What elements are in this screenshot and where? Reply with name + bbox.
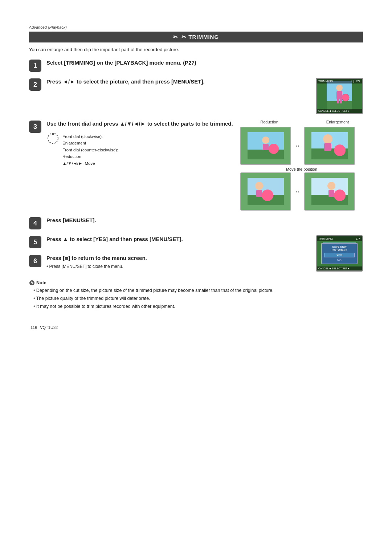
photo-enlargement (304, 127, 355, 165)
cam5-top-right: 17+ (355, 237, 360, 240)
step-4-text: Press [MENU/SET]. (46, 216, 363, 224)
page-num-text: 116 (30, 325, 37, 330)
note-item-3: • It may not be possible to trim picture… (33, 303, 363, 310)
steps-56-left: 5 Press ▲ to select [YES] and then press… (29, 235, 309, 275)
step-4-badge: 4 (29, 217, 41, 229)
step-6-bullet: Press [MENU/SET] to close the menu. (46, 264, 123, 269)
svg-text:✎: ✎ (30, 281, 33, 285)
svg-rect-5 (340, 98, 342, 103)
note-title: ✎ Note (29, 280, 363, 286)
photo-enlargement-svg (311, 132, 348, 159)
svg-point-15 (269, 144, 279, 154)
breadcrumb: Advanced (Playback) (29, 25, 363, 29)
note1-text: Depending on the cut size, the picture s… (36, 288, 274, 293)
step-2-content: Press ◄/► to select the picture, and the… (46, 78, 309, 85)
dial-svg (46, 132, 60, 145)
dial-ccw-val: Reduction (62, 153, 118, 160)
note-item-1: • Depending on the cut size, the picture… (33, 287, 363, 294)
step-3-badge: 3 (29, 121, 41, 133)
step-2-row: 2 Press ◄/► to select the picture, and t… (29, 78, 363, 114)
step-2-image: TRIMMING L ‖ 17+ (316, 78, 363, 114)
camera-screen-step5: TRIMMING 17+ SAVE NEW PICT (316, 235, 363, 272)
step-3-text: Use the front dial and press ▲/▼/◄/► to … (46, 120, 233, 127)
photo-reduction-svg (248, 132, 284, 159)
arrows-move: ▲/▼/◄/►: Move (62, 160, 118, 167)
svg-rect-32 (328, 190, 334, 197)
svg-point-2 (336, 85, 343, 91)
step-1-badge: 1 (29, 60, 41, 72)
photo-move-left-svg (248, 178, 284, 205)
cam-top-left: TRIMMING (318, 80, 333, 83)
dial-cw-val: Enlargement (62, 140, 118, 146)
step-6-row: 6 Press [▤] to return to the menu screen… (29, 254, 309, 269)
camera-screen-step2: TRIMMING L ‖ 17+ (316, 78, 363, 114)
dial-notes: Front dial (clockwise): Enlargement Fron… (62, 133, 118, 167)
girl-figure-step2 (327, 81, 352, 110)
page-code-text: VQT1U32 (40, 325, 58, 330)
step-6-sub: Press [MENU/SET] to close the menu. (46, 264, 309, 269)
step-5-content: Press ▲ to select [YES] and then press [… (46, 235, 309, 243)
cam-top-right: L ‖ 17+ (351, 80, 360, 83)
svg-point-21 (334, 144, 346, 156)
step-3-content: Use the front dial and press ▲/▼/◄/► to … (46, 120, 233, 167)
cam5-yes: YES (324, 253, 355, 257)
enlargement-label: Enlargement (312, 120, 363, 124)
arrow-lr-top: ↔ (295, 143, 301, 149)
page-number: 116 VQT1U32 (29, 324, 363, 330)
top-divider (29, 22, 363, 22)
cam5-bottom-text: CANCEL◄ SELECT/SET► (318, 267, 350, 270)
note-item-2: • The picture quality of the trimmed pic… (33, 295, 363, 302)
svg-point-27 (262, 190, 273, 201)
dial-cw-label: Front dial (clockwise): (62, 133, 118, 140)
cam5-overlay-top: TRIMMING 17+ (317, 236, 362, 241)
step-3-row: 3 Use the front dial and press ▲/▼/◄/► t… (29, 120, 363, 211)
step-2-text: Press ◄/► to select the picture, and the… (46, 78, 309, 85)
step-1-content: Select [TRIMMING] on the [PLAYBACK] mode… (46, 59, 363, 66)
arrow-lr-bottom: ↔ (295, 188, 301, 195)
step-3-images: Reduction Enlargement ↔ (240, 120, 363, 211)
img-labels-row: Reduction Enlargement (244, 120, 363, 125)
section-title: ✂ ✂ TRIMMING (29, 32, 363, 42)
scissors-icon: ✂ (173, 34, 178, 40)
steps-56-right-image: TRIMMING 17+ SAVE NEW PICT (316, 235, 363, 272)
step-6-badge: 6 (29, 255, 41, 267)
note2-text: The picture quality of the trimmed pictu… (36, 296, 150, 301)
svg-point-33 (334, 190, 346, 201)
page: Advanced (Playback) ✂ ✂ TRIMMING You can… (0, 0, 392, 554)
cam5-top-left: TRIMMING (318, 237, 333, 240)
step-5-badge: 5 (29, 236, 41, 248)
step-1-row: 1 Select [TRIMMING] on the [PLAYBACK] mo… (29, 59, 363, 72)
cam-bottom-text: CANCEL◄ SELECT/SET► (318, 110, 350, 112)
cam5-dialog: SAVE NEW PICTURES? YES NO (321, 243, 358, 264)
dial-ccw-label: Front dial (counter-clockwise): (62, 147, 118, 153)
svg-point-19 (323, 134, 332, 144)
svg-point-9 (52, 133, 54, 135)
svg-rect-3 (336, 91, 342, 99)
photo-reduction (240, 127, 291, 165)
cam-overlay-top: TRIMMING L ‖ 17+ (317, 79, 362, 83)
note-title-text: Note (36, 280, 46, 285)
note-icon: ✎ (29, 280, 35, 286)
svg-point-31 (327, 182, 335, 190)
intro-text: You can enlarge and then clip the import… (29, 47, 363, 52)
dial-info: Front dial (clockwise): Enlargement Fron… (46, 131, 233, 167)
photo-move-left (240, 172, 291, 211)
cam5-no: NO (324, 258, 355, 262)
img-row-bottom: ↔ (240, 172, 363, 211)
svg-rect-4 (337, 98, 339, 103)
step-4-content: Press [MENU/SET]. (46, 216, 363, 224)
step-6-content: Press [▤] to return to the menu screen. … (46, 254, 309, 269)
photo-move-right-svg (311, 178, 348, 205)
img-row-top: ↔ (240, 127, 363, 165)
dial-icon (46, 132, 60, 147)
svg-point-25 (255, 182, 263, 190)
section-title-text: ✂ TRIMMING (181, 34, 219, 40)
svg-rect-26 (256, 190, 262, 197)
svg-point-13 (262, 137, 269, 144)
steps-56-wrapper: 5 Press ▲ to select [YES] and then press… (29, 235, 363, 275)
cam-bottom-step2: CANCEL◄ SELECT/SET► (317, 109, 362, 113)
step-5-row: 5 Press ▲ to select [YES] and then press… (29, 235, 309, 248)
cam5-dialog-title: SAVE NEW PICTURES? (324, 245, 355, 252)
note-section: ✎ Note • Depending on the cut size, the … (29, 280, 363, 310)
cam5-bottom: CANCEL◄ SELECT/SET► (317, 266, 362, 270)
